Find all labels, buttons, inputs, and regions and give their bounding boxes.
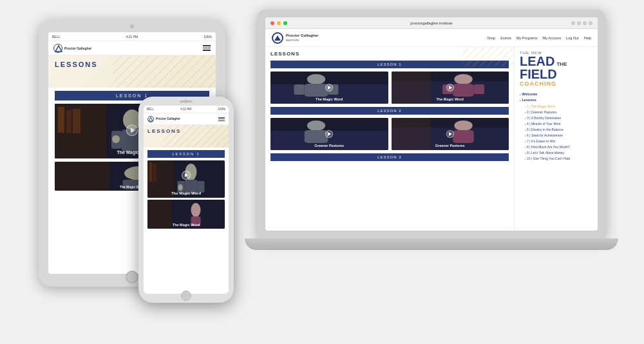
laptop-video-2a-play[interactable]: [325, 130, 333, 138]
laptop-menu-item-3[interactable]: › 3 | A Worthy Destination: [525, 115, 592, 121]
phone-hamburger-line3: [218, 120, 225, 121]
tablet-nav: Proctor Gallagher: [48, 41, 216, 55]
laptop-lesson1-videos: The Magic Word: [270, 72, 509, 104]
nav-myaccount[interactable]: My Account: [543, 36, 561, 40]
svg-rect-25: [453, 130, 473, 143]
phone-video-second[interactable]: The Magic Word: [147, 200, 225, 229]
laptop-nav-links[interactable]: Shop Events My Programs My Account Log O…: [487, 36, 591, 40]
laptop-base: [245, 238, 618, 250]
phone-battery: 100%: [218, 108, 225, 111]
laptop-menu-item-6[interactable]: › 6 | Seed for Achievement: [525, 133, 592, 139]
laptop-menu-item-9[interactable]: › 9 | Let's Talk About Money: [525, 150, 592, 156]
tablet-home-button[interactable]: [126, 271, 138, 283]
laptop-sidebar-menu-list: › 1 | The Magic Word › 2 | Greener Pastu…: [520, 104, 592, 162]
phone-statusbar: BELL 4:21 PM 100%: [144, 106, 229, 113]
tablet-logo: Proctor Gallagher: [53, 44, 91, 53]
phone-play-triangle: [185, 173, 188, 177]
phone-video-main-label: The Magic Word: [147, 191, 225, 195]
laptop-menu-item-2[interactable]: › 2 | Greener Pastures: [525, 110, 592, 115]
phone-logo-icon: [147, 116, 154, 122]
laptop-lesson2-header: LESSON 2: [270, 107, 509, 115]
laptop-topbar-controls: [571, 21, 592, 25]
laptop-lesson2-videos: Greener Pastures: [270, 118, 509, 150]
laptop-url: proctorgallagher.institute: [410, 21, 452, 25]
tablet-carrier: BELL: [52, 35, 60, 39]
phone-logo-svg: [148, 117, 153, 122]
tablet-logo-text: Proctor Gallagher: [64, 46, 91, 50]
laptop-menu-item-4[interactable]: › 4 | Miracle of Your Mind: [525, 121, 592, 127]
tablet-battery: 100%: [204, 35, 212, 39]
phone-video-main[interactable]: The Magic Word: [147, 160, 225, 198]
phone-home-button[interactable]: [181, 291, 191, 301]
nav-events[interactable]: Events: [500, 36, 511, 40]
svg-rect-36: [73, 109, 80, 133]
laptop-video-2a[interactable]: Greener Pastures: [270, 118, 388, 150]
laptop-video-1b-label: The Magic Word: [392, 97, 509, 101]
laptop-video-2a-label: Greener Pastures: [270, 144, 388, 148]
tablet-play-triangle: [131, 128, 135, 133]
svg-point-57: [178, 184, 183, 191]
laptop-brand-field: FIELD: [520, 68, 592, 81]
nav-logout[interactable]: Log Out: [566, 36, 579, 40]
phone-camera: [185, 100, 188, 103]
nav-help[interactable]: Help: [584, 36, 591, 40]
svg-rect-52: [153, 164, 156, 182]
svg-point-24: [454, 120, 472, 131]
svg-rect-6: [294, 84, 305, 95]
svg-marker-21: [328, 132, 331, 136]
laptop-video-1b[interactable]: The Magic Word: [392, 72, 509, 104]
laptop-video-2b-play[interactable]: [446, 130, 454, 138]
svg-point-41: [112, 135, 120, 143]
svg-marker-8: [328, 86, 331, 90]
laptop-menu-item-1[interactable]: › 1 | The Magic Word: [525, 104, 592, 110]
laptop-logo-text: Proctor GallagherINSTITUTE: [286, 33, 319, 42]
phone-logo: Proctor Gallagher: [147, 116, 180, 122]
svg-rect-14: [473, 84, 484, 94]
tablet-hamburger[interactable]: [203, 45, 211, 51]
phone-hamburger-line1: [218, 117, 225, 118]
laptop-video-1a-play[interactable]: [325, 84, 333, 91]
laptop-menu-item-10[interactable]: › 10 | One Thing You Can't Hide: [525, 156, 592, 162]
svg-rect-20: [305, 130, 328, 143]
laptop-logo: Proctor GallagherINSTITUTE: [272, 32, 319, 44]
nav-myprograms[interactable]: My Programs: [516, 36, 538, 40]
svg-point-60: [191, 203, 201, 217]
phone-banner: LESSONS: [144, 125, 229, 148]
phone-video-play[interactable]: [182, 171, 191, 180]
laptop-menu-item-8[interactable]: › 8 | How Much Are You Worth?: [525, 144, 592, 150]
gold-pattern: [462, 47, 514, 66]
laptop-menu-item-5[interactable]: › 5 | Destiny in the Balance: [525, 127, 592, 133]
phone-hamburger[interactable]: [218, 117, 225, 121]
svg-rect-48: [164, 125, 229, 148]
phone-body: BELL 4:21 PM 100% Proctor Gallagher: [138, 97, 234, 303]
laptop-video-2b[interactable]: Greener Pastures: [392, 118, 509, 150]
phone-carrier: BELL: [147, 108, 154, 111]
laptop-nav: Proctor GallagherINSTITUTE Shop Events M…: [265, 29, 598, 47]
svg-point-4: [307, 74, 325, 84]
laptop-video-1b-play[interactable]: [446, 84, 454, 91]
laptop-sidebar: THE NEW LEAD THE FIELD COACHING › Welcom…: [514, 47, 598, 231]
svg-marker-27: [449, 132, 452, 136]
tablet-banner: LESSONS: [48, 55, 216, 88]
tablet-logo-icon: [53, 44, 62, 53]
nav-shop[interactable]: Shop: [487, 36, 495, 40]
phone-screen: BELL 4:21 PM 100% Proctor Gallagher: [144, 106, 229, 294]
laptop-content: LESSONS LESSON 1: [265, 47, 598, 231]
tablet-logo-svg: [54, 44, 63, 53]
laptop-menu-item-7[interactable]: › 7 | It's Easier to Win: [525, 139, 592, 144]
laptop-sidebar-lessons[interactable]: › Lessons: [520, 98, 592, 102]
laptop-sidebar-welcome: › Welcome: [520, 92, 592, 96]
laptop-topbar: proctorgallagher.institute: [265, 17, 598, 29]
laptop-video-1a[interactable]: The Magic Word: [270, 72, 388, 104]
laptop-brand-coaching: COACHING: [520, 81, 592, 87]
phone-logo-text: Proctor Gallagher: [156, 117, 180, 120]
svg-point-19: [307, 120, 325, 131]
tablet-hamburger-line3: [203, 50, 211, 51]
laptop-logo-triangle: [274, 35, 281, 41]
svg-rect-51: [149, 162, 152, 182]
tablet-video-play[interactable]: [126, 124, 138, 136]
phone-hamburger-line2: [218, 119, 225, 119]
phone-time: 4:21 PM: [180, 108, 191, 111]
svg-point-11: [454, 74, 472, 84]
svg-rect-5: [305, 84, 328, 97]
